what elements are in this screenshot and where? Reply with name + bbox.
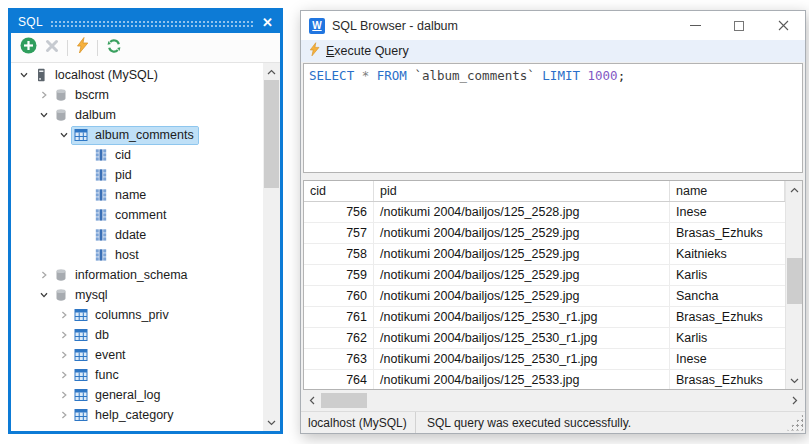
tree-item-bscrm[interactable]: bscrm — [11, 85, 263, 105]
drag-grip[interactable] — [50, 19, 255, 28]
execute-button[interactable] — [76, 37, 89, 58]
cell-pid[interactable]: /notikumi 2004/bailjos/125_2529.jpg — [374, 223, 670, 243]
cell-name[interactable]: Inese — [670, 349, 785, 369]
cell-pid[interactable]: /notikumi 2004/bailjos/125_2530_r1.jpg — [374, 328, 670, 348]
chevron-right-icon[interactable] — [35, 90, 52, 100]
table-row[interactable]: 758/notikumi 2004/bailjos/125_2529.jpgKa… — [304, 244, 785, 265]
tree-item-content[interactable]: dalbum — [52, 107, 120, 124]
tree-item-cid[interactable]: cid — [11, 145, 263, 165]
tree-item-content[interactable]: cid — [92, 147, 135, 164]
cell-name[interactable]: Brasas_Ezhuks — [670, 223, 785, 243]
chevron-down-icon[interactable] — [35, 110, 52, 120]
tree-item-content[interactable]: mysql — [52, 287, 112, 304]
scroll-up-icon[interactable] — [263, 63, 280, 80]
tree-item-content[interactable]: bscrm — [52, 87, 113, 104]
tree-item-content[interactable]: name — [92, 187, 150, 204]
tree-item-content[interactable]: information_schema — [52, 267, 192, 284]
tree-item-ddate[interactable]: ddate — [11, 225, 263, 245]
tree-item-content[interactable]: pid — [92, 167, 136, 184]
close-button[interactable] — [761, 11, 805, 40]
cell-cid[interactable]: 757 — [304, 223, 374, 243]
tree-item-general_log[interactable]: general_log — [11, 385, 263, 405]
add-connection-button[interactable] — [20, 37, 37, 58]
tree-item-comment[interactable]: comment — [11, 205, 263, 225]
menu-execute-query[interactable]: Execute Query — [326, 44, 409, 58]
tree-item-event[interactable]: event — [11, 345, 263, 365]
table-row[interactable]: 760/notikumi 2004/bailjos/125_2529.jpgSa… — [304, 286, 785, 307]
chevron-down-icon[interactable] — [35, 290, 52, 300]
chevron-right-icon[interactable] — [55, 330, 72, 340]
cell-name[interactable]: Inese — [670, 202, 785, 222]
chevron-right-icon[interactable] — [55, 390, 72, 400]
tree-item-album_comments[interactable]: album_comments — [11, 125, 263, 145]
panel-titlebar[interactable]: SQL ✕ — [11, 11, 280, 33]
cell-cid[interactable]: 758 — [304, 244, 374, 264]
table-row[interactable]: 759/notikumi 2004/bailjos/125_2529.jpgKa… — [304, 265, 785, 286]
chevron-right-icon[interactable] — [55, 370, 72, 380]
chevron-right-icon[interactable] — [35, 270, 52, 280]
tree-item-content[interactable]: album_comments — [72, 127, 198, 144]
cell-name[interactable]: Karlis — [670, 328, 785, 348]
scroll-up-icon[interactable] — [786, 181, 803, 198]
tree-scroll-thumb[interactable] — [264, 80, 279, 188]
resize-grip[interactable] — [787, 415, 803, 431]
cell-pid[interactable]: /notikumi 2004/bailjos/125_2530_r1.jpg — [374, 307, 670, 327]
maximize-button[interactable] — [717, 11, 761, 40]
panel-close-icon[interactable]: ✕ — [262, 16, 273, 29]
tree-item-host[interactable]: host — [11, 245, 263, 265]
tree-item-content[interactable]: event — [72, 347, 130, 364]
tree-scrollbar[interactable] — [263, 63, 280, 431]
chevron-down-icon[interactable] — [15, 70, 32, 80]
tree-item-db[interactable]: db — [11, 325, 263, 345]
tree-item-content[interactable]: comment — [92, 207, 170, 224]
cell-cid[interactable]: 761 — [304, 307, 374, 327]
chevron-right-icon[interactable] — [55, 310, 72, 320]
tree-item-content[interactable]: general_log — [72, 387, 164, 404]
scroll-down-icon[interactable] — [263, 414, 280, 431]
chevron-down-icon[interactable] — [55, 130, 72, 140]
scroll-right-icon[interactable] — [786, 392, 803, 409]
column-header-name[interactable]: name — [670, 181, 785, 201]
scroll-left-icon[interactable] — [303, 392, 320, 409]
tree-item-localhost (MySQL)[interactable]: localhost (MySQL) — [11, 65, 263, 85]
cell-cid[interactable]: 760 — [304, 286, 374, 306]
tree-item-content[interactable]: func — [72, 367, 123, 384]
column-header-pid[interactable]: pid — [374, 181, 670, 201]
sql-editor[interactable]: SELECT * FROM `album_comments` LIMIT 100… — [303, 63, 803, 173]
chevron-right-icon[interactable] — [55, 350, 72, 360]
cell-pid[interactable]: /notikumi 2004/bailjos/125_2529.jpg — [374, 244, 670, 264]
table-row[interactable]: 756/notikumi 2004/bailjos/125_2528.jpgIn… — [304, 202, 785, 223]
cell-cid[interactable]: 763 — [304, 349, 374, 369]
tree-item-name[interactable]: name — [11, 185, 263, 205]
table-row[interactable]: 763/notikumi 2004/bailjos/125_2530_r1.jp… — [304, 349, 785, 370]
cell-name[interactable]: Brasas_Ezhuks — [670, 307, 785, 327]
delete-button[interactable] — [45, 39, 59, 57]
tree-item-columns_priv[interactable]: columns_priv — [11, 305, 263, 325]
grid-vertical-scrollbar[interactable] — [785, 181, 802, 389]
tree-item-dalbum[interactable]: dalbum — [11, 105, 263, 125]
tree-item-information_schema[interactable]: information_schema — [11, 265, 263, 285]
column-header-cid[interactable]: cid — [304, 181, 374, 201]
table-row[interactable]: 764/notikumi 2004/bailjos/125_2533.jpgBr… — [304, 370, 785, 390]
tree-item-content[interactable]: columns_priv — [72, 307, 173, 324]
cell-cid[interactable]: 756 — [304, 202, 374, 222]
minimize-button[interactable] — [673, 11, 717, 40]
chevron-right-icon[interactable] — [55, 410, 72, 420]
cell-name[interactable]: Sancha — [670, 286, 785, 306]
window-titlebar[interactable]: W SQL Browser - dalbum — [301, 11, 805, 40]
table-row[interactable]: 762/notikumi 2004/bailjos/125_2530_r1.jp… — [304, 328, 785, 349]
cell-name[interactable]: Kaitnieks — [670, 244, 785, 264]
tree-item-func[interactable]: func — [11, 365, 263, 385]
cell-name[interactable]: Karlis — [670, 265, 785, 285]
tree-item-mysql[interactable]: mysql — [11, 285, 263, 305]
cell-cid[interactable]: 759 — [304, 265, 374, 285]
tree-item-content[interactable]: host — [92, 247, 143, 264]
cell-pid[interactable]: /notikumi 2004/bailjos/125_2530_r1.jpg — [374, 349, 670, 369]
cell-pid[interactable]: /notikumi 2004/bailjos/125_2533.jpg — [374, 370, 670, 390]
grid-scroll-thumb[interactable] — [787, 258, 802, 304]
refresh-button[interactable] — [106, 38, 122, 58]
tree-item-content[interactable]: help_category — [72, 407, 178, 424]
tree-item-content[interactable]: localhost (MySQL) — [32, 67, 162, 84]
cell-pid[interactable]: /notikumi 2004/bailjos/125_2529.jpg — [374, 286, 670, 306]
tree-item-help_category[interactable]: help_category — [11, 405, 263, 425]
